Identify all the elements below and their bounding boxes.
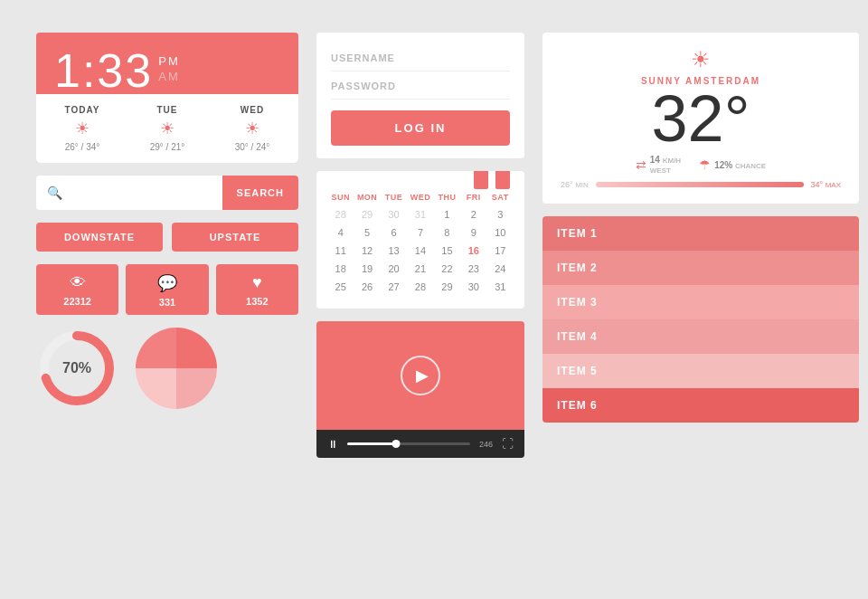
list-items: ITEM 1 ITEM 2 ITEM 3 ITEM 4 ITEM 5 ITEM …: [542, 216, 859, 423]
cal-row-1: 28 29 30 31 1 2 3: [327, 205, 514, 223]
cal-cell[interactable]: 19: [354, 260, 380, 278]
left-column: 1:33 PM AM TODAY ☀ 26° / 34° TUE ☀ 29° /…: [36, 33, 298, 566]
list-item-6[interactable]: ITEM 6: [542, 388, 859, 423]
weather-temp-wed: 30° / 24°: [235, 142, 270, 152]
cal-cell[interactable]: 13: [381, 242, 407, 260]
cal-cell[interactable]: 20: [381, 260, 407, 278]
cal-cell[interactable]: 18: [327, 260, 354, 278]
weather-day-tue: TUE ☀ 29° / 21°: [125, 101, 210, 156]
weather-temp-tue: 29° / 21°: [150, 142, 185, 152]
cal-cell[interactable]: 22: [434, 260, 460, 278]
list-item-1[interactable]: ITEM 1: [542, 216, 859, 251]
temp-min-label: 26° MIN: [561, 180, 589, 189]
cal-cell[interactable]: 10: [487, 223, 514, 242]
cal-cell[interactable]: 21: [407, 260, 433, 278]
weather-day-label-today: TODAY: [65, 105, 100, 115]
stat-card-comments: 💬 331: [126, 264, 208, 315]
play-icon: ▶: [416, 366, 429, 385]
cal-cell[interactable]: 14: [407, 242, 433, 260]
sun-icon-tue: ☀: [160, 119, 175, 138]
weather-temp-today: 26° / 34°: [65, 142, 100, 152]
cal-cell[interactable]: 8: [434, 223, 460, 242]
pause-button[interactable]: ⏸: [327, 438, 338, 451]
weather-location: ☀ SUNNY AMSTERDAM: [561, 47, 841, 86]
cal-cell[interactable]: 17: [487, 242, 514, 260]
rain-value: 12% CHANCE: [714, 160, 766, 170]
clock-weather-row: TODAY ☀ 26° / 34° TUE ☀ 29° / 21° WED ☀ …: [36, 94, 298, 163]
progress-fill: [347, 442, 396, 445]
cal-cell[interactable]: 28: [407, 278, 433, 296]
stat-comments-value: 331: [159, 297, 175, 308]
clock-hours-minutes: 1:33: [54, 47, 153, 94]
cal-cell[interactable]: 31: [407, 205, 433, 223]
cal-cell[interactable]: 12: [354, 242, 380, 260]
cal-cell[interactable]: 7: [407, 223, 433, 242]
weather-details-row: ⇄ 14 KM/HWEST ☂ 12% CHANCE: [561, 155, 841, 175]
login-button[interactable]: LOG IN: [331, 110, 510, 146]
weather-rain: ☂ 12% CHANCE: [699, 155, 766, 175]
cal-cell[interactable]: 24: [487, 260, 514, 278]
cal-cell[interactable]: 5: [354, 223, 380, 242]
cal-tab-1[interactable]: [474, 171, 488, 189]
cal-cell[interactable]: 1: [434, 205, 460, 223]
weather-temperature: 32°: [561, 86, 841, 151]
search-input[interactable]: [70, 186, 212, 200]
username-field-label[interactable]: USERNAME: [331, 45, 510, 71]
video-player: ▶ ⏸ 246 ⛶: [316, 321, 524, 458]
cal-cell[interactable]: 29: [434, 278, 460, 296]
search-widget: 🔍 SEARCH: [36, 176, 298, 210]
weather-sun-icon: ☀: [691, 47, 711, 72]
fullscreen-icon[interactable]: ⛶: [502, 437, 514, 451]
weather-widget: ☀ SUNNY AMSTERDAM 32° ⇄ 14 KM/HWEST ☂ 12…: [542, 33, 859, 204]
cal-tab-2[interactable]: [495, 171, 510, 189]
stat-views-value: 22312: [63, 296, 91, 307]
cal-cell[interactable]: 6: [381, 223, 407, 242]
weather-wind-info: 14 KM/HWEST: [650, 155, 681, 175]
calendar-widget: SUN MON TUE WED THU FRI SAT 28 29 30 31 …: [316, 171, 524, 309]
list-item-4[interactable]: ITEM 4: [542, 319, 859, 354]
clock-am: AM: [158, 70, 180, 85]
state-buttons-row: DOWNSTATE UPSTATE: [36, 223, 298, 252]
heart-icon: ♥: [252, 273, 262, 292]
cal-cell[interactable]: 28: [327, 205, 354, 223]
comment-icon: 💬: [157, 273, 177, 293]
cal-cell[interactable]: 29: [354, 205, 380, 223]
sun-icon-today: ☀: [75, 119, 90, 138]
cal-cell[interactable]: 30: [460, 278, 486, 296]
cal-cell[interactable]: 4: [327, 223, 354, 242]
cal-row-2: 4 5 6 7 8 9 10: [327, 223, 514, 242]
search-button[interactable]: SEARCH: [222, 176, 298, 210]
cal-header-thu: THU: [434, 193, 460, 202]
cal-row-5: 25 26 27 28 29 30 31: [327, 278, 514, 296]
cal-cell[interactable]: 3: [487, 205, 514, 223]
cal-cell[interactable]: 23: [460, 260, 486, 278]
cal-cell[interactable]: 30: [381, 205, 407, 223]
charts-row: 70%: [36, 328, 298, 409]
cal-header-tue: TUE: [381, 193, 407, 202]
cal-cell-today[interactable]: 16: [460, 242, 486, 260]
main-container: 1:33 PM AM TODAY ☀ 26° / 34° TUE ☀ 29° /…: [18, 14, 850, 585]
cal-cell[interactable]: 11: [327, 242, 354, 260]
play-button[interactable]: ▶: [401, 356, 440, 395]
list-item-3[interactable]: ITEM 3: [542, 285, 859, 319]
cal-cell[interactable]: 2: [460, 205, 486, 223]
cal-cell[interactable]: 27: [381, 278, 407, 296]
stats-row: 👁 22312 💬 331 ♥ 1352: [36, 264, 298, 315]
cal-cell[interactable]: 31: [487, 278, 514, 296]
temp-range-row: 26° MIN 34° MAX: [561, 180, 841, 189]
cal-header-fri: FRI: [460, 193, 486, 202]
stat-likes-value: 1352: [246, 296, 268, 307]
list-item-2[interactable]: ITEM 2: [542, 251, 859, 285]
cal-cell[interactable]: 9: [460, 223, 486, 242]
upstate-button[interactable]: UPSTATE: [172, 223, 298, 252]
cal-cell[interactable]: 15: [434, 242, 460, 260]
progress-bar[interactable]: [347, 442, 470, 445]
list-item-5[interactable]: ITEM 5: [542, 354, 859, 388]
cal-cell[interactable]: 26: [354, 278, 380, 296]
clock-widget: 1:33 PM AM TODAY ☀ 26° / 34° TUE ☀ 29° /…: [36, 33, 298, 163]
password-field-label[interactable]: PASSWORD: [331, 73, 510, 100]
cal-cell[interactable]: 25: [327, 278, 354, 296]
downstate-button[interactable]: DOWNSTATE: [36, 223, 163, 252]
eye-icon: 👁: [70, 273, 86, 292]
calendar-grid: SUN MON TUE WED THU FRI SAT 28 29 30 31 …: [316, 185, 524, 300]
